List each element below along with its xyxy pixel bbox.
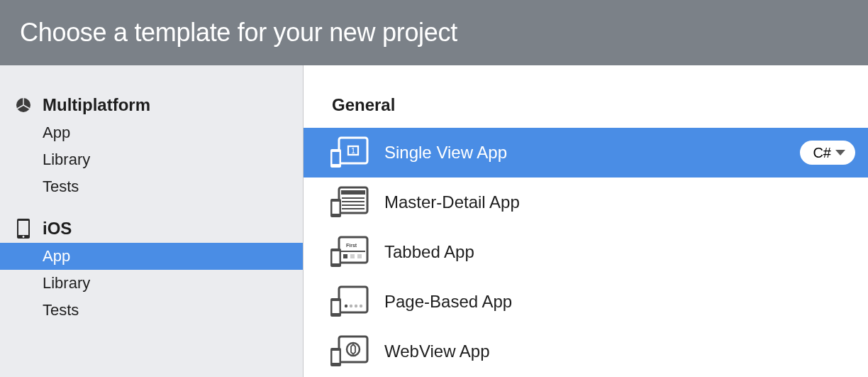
single-view-app-icon: 1 [329,136,369,169]
sidebar-item-ios-library[interactable]: Library [0,270,303,297]
sidebar-section-multiplatform: Multiplatform App Library Tests [0,91,303,200]
template-master-detail-app[interactable]: Master-Detail App [304,177,868,227]
template-label: WebView App [384,342,855,361]
page-based-app-icon [329,285,369,318]
svg-rect-26 [333,251,340,263]
language-selector[interactable]: C# [800,141,855,165]
svg-rect-12 [341,190,365,195]
sidebar-item-label: Tests [43,177,79,195]
svg-text:First: First [346,243,357,248]
multiplatform-icon [14,96,33,114]
svg-rect-23 [350,254,355,258]
svg-text:1: 1 [351,147,355,155]
template-webview-app[interactable]: WebView App [304,327,868,376]
template-tabbed-app[interactable]: First Tabbed App [304,227,868,277]
sidebar-item-label: App [43,247,70,265]
sidebar-section-title: iOS [43,219,72,239]
sidebar-section-ios: iOS App Library Tests [0,214,303,324]
template-label: Master-Detail App [384,192,855,212]
caret-down-icon [835,150,845,155]
header: Choose a template for your new project [0,0,868,65]
svg-rect-37 [333,351,340,363]
webview-app-icon [329,335,369,368]
main: General 1 Single View App C# [304,65,868,377]
tabbed-app-icon: First [329,236,369,268]
svg-rect-4 [18,221,28,235]
sidebar-item-multiplatform-app[interactable]: App [0,119,303,146]
sidebar-section-header: iOS [0,214,303,243]
sidebar-item-multiplatform-library[interactable]: Library [0,146,303,173]
svg-rect-10 [333,152,340,164]
language-label: C# [813,145,831,161]
sidebar: Multiplatform App Library Tests [0,65,304,377]
template-page-based-app[interactable]: Page-Based App [304,277,868,327]
svg-point-30 [355,305,357,307]
svg-point-31 [360,305,362,307]
master-detail-app-icon [329,186,369,219]
template-single-view-app[interactable]: 1 Single View App C# [304,128,868,177]
svg-rect-27 [339,287,367,312]
svg-rect-19 [339,237,367,263]
svg-rect-22 [343,254,347,258]
svg-rect-24 [357,254,362,258]
svg-point-5 [23,236,25,238]
sidebar-item-label: Library [43,151,90,168]
content: Multiplatform App Library Tests [0,65,868,377]
svg-point-28 [345,305,347,307]
sidebar-item-multiplatform-tests[interactable]: Tests [0,173,303,200]
sidebar-item-ios-app[interactable]: App [0,243,303,270]
sidebar-section-title: Multiplatform [43,95,150,115]
template-label: Page-Based App [384,292,855,312]
svg-rect-18 [333,202,340,214]
sidebar-section-header: Multiplatform [0,91,303,119]
template-label: Single View App [384,143,800,163]
sidebar-item-label: Library [43,274,90,292]
svg-rect-34 [339,337,367,362]
main-section-title: General [304,91,868,128]
ios-icon [14,219,33,238]
sidebar-item-label: App [43,124,70,141]
template-label: Tabbed App [384,242,855,262]
svg-point-29 [350,305,352,307]
header-title: Choose a template for your new project [20,18,457,48]
sidebar-item-label: Tests [43,301,79,319]
sidebar-item-ios-tests[interactable]: Tests [0,297,303,324]
svg-rect-33 [333,301,340,313]
